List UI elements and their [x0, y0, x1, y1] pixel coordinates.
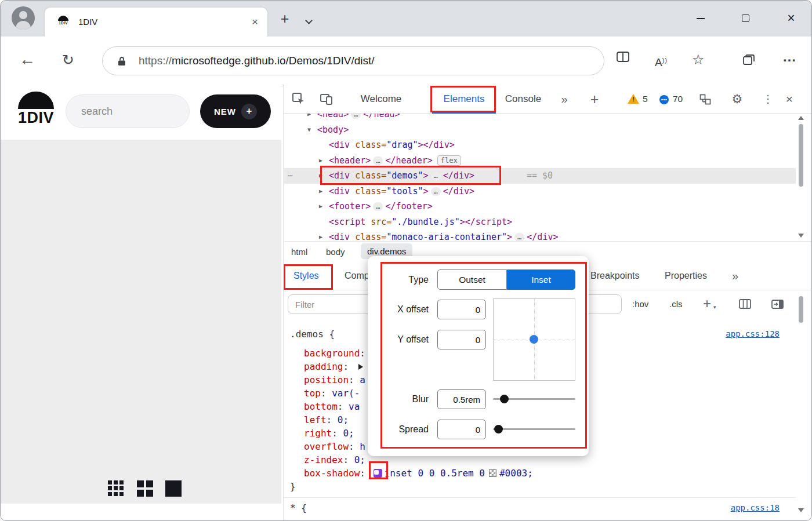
- new-button[interactable]: NEW +: [200, 94, 271, 128]
- scrollbar-thumb[interactable]: [799, 124, 803, 187]
- ellipsis-icon[interactable]: …: [373, 156, 383, 165]
- open-panel-icon[interactable]: [771, 300, 784, 311]
- kebab-menu-icon[interactable]: ⋮: [761, 85, 775, 114]
- node-grip-icon[interactable]: ⋯: [288, 168, 292, 184]
- scroll-up-icon[interactable]: [798, 116, 804, 120]
- device-toolbar-icon[interactable]: [320, 93, 333, 108]
- dom-node-tools[interactable]: ▶<divclass="tools">…</div>: [284, 184, 796, 199]
- tab-elements[interactable]: Elements: [432, 85, 496, 114]
- tab-styles[interactable]: Styles: [293, 261, 319, 290]
- offset-handle[interactable]: [530, 335, 538, 344]
- y-offset-input[interactable]: [437, 330, 486, 349]
- styles-scrollbar[interactable]: [797, 292, 805, 520]
- toggle-class-button[interactable]: .cls: [669, 290, 683, 318]
- inset-button[interactable]: Inset: [507, 269, 575, 290]
- rendering-icon[interactable]: [739, 299, 751, 311]
- css-declaration-box-shadow[interactable]: box-shadow: inset 0 0 0.5rem 0#0003;: [284, 467, 796, 480]
- expand-shorthand-icon[interactable]: [358, 364, 363, 370]
- dom-node-script[interactable]: <scriptsrc="./bundle.js"></script>: [284, 214, 796, 230]
- tab-properties[interactable]: Properties: [665, 261, 707, 290]
- layers-icon[interactable]: [699, 94, 711, 107]
- maximize-button[interactable]: [736, 9, 756, 28]
- settings-gear-icon[interactable]: ⚙: [728, 85, 746, 114]
- spread-slider[interactable]: [493, 428, 575, 430]
- warning-icon[interactable]: [628, 94, 639, 104]
- ellipsis-icon[interactable]: …: [431, 187, 441, 196]
- inspect-icon[interactable]: [292, 93, 305, 108]
- scroll-down-icon[interactable]: [798, 508, 804, 512]
- tab-welcome[interactable]: Welcome: [349, 85, 413, 114]
- expand-icon[interactable]: ▶: [319, 184, 322, 199]
- dom-node-header[interactable]: ▶<header>…</header>flex: [284, 153, 796, 169]
- devtools-close-icon[interactable]: ×: [781, 85, 798, 114]
- browser-tab[interactable]: 1DIV 1DIV ×: [45, 8, 267, 37]
- issues-count[interactable]: 70: [673, 85, 683, 114]
- tab-breakpoints[interactable]: Breakpoints: [590, 261, 640, 290]
- address-bar[interactable]: https://microsoftedge.github.io/Demos/1D…: [102, 46, 604, 75]
- ellipsis-icon[interactable]: …: [351, 114, 361, 119]
- dom-scrollbar[interactable]: [797, 115, 805, 239]
- css-source-link[interactable]: app.css:18: [731, 501, 780, 515]
- layout-single-button[interactable]: [165, 480, 182, 497]
- minimize-button[interactable]: [691, 9, 710, 28]
- breadcrumb-body[interactable]: body: [326, 242, 345, 262]
- tab-console[interactable]: Console: [500, 85, 546, 114]
- refresh-button[interactable]: ↻: [62, 37, 74, 85]
- new-style-rule-button[interactable]: +: [703, 290, 711, 317]
- scrollbar-thumb[interactable]: [799, 296, 803, 323]
- spread-slider-thumb[interactable]: [494, 425, 503, 433]
- ellipsis-icon[interactable]: …: [514, 233, 524, 241]
- expand-icon[interactable]: ▶: [319, 229, 322, 241]
- outset-button[interactable]: Outset: [437, 269, 507, 290]
- ellipsis-icon[interactable]: …: [373, 202, 383, 211]
- back-button[interactable]: ←: [19, 37, 35, 85]
- search-input[interactable]: [66, 94, 190, 128]
- ellipsis-icon[interactable]: …: [431, 172, 441, 180]
- blur-slider-thumb[interactable]: [500, 395, 509, 403]
- expand-icon[interactable]: ▶: [319, 168, 322, 184]
- expand-icon[interactable]: ▶: [319, 153, 322, 169]
- tab-actions-caret-icon[interactable]: [305, 17, 313, 24]
- expand-icon[interactable]: ▶: [319, 199, 322, 214]
- window-close-button[interactable]: ×: [781, 9, 801, 28]
- lock-icon[interactable]: [118, 56, 126, 68]
- read-aloud-icon[interactable]: A)): [655, 37, 668, 86]
- offset-pad[interactable]: [493, 298, 575, 381]
- dom-node-footer[interactable]: ▶<footer>…</footer>: [284, 199, 796, 214]
- warning-count[interactable]: 5: [643, 85, 648, 114]
- x-offset-input[interactable]: [437, 300, 486, 319]
- dom-node-monaco[interactable]: ▶<divclass="monaco-aria-container">…</di…: [284, 229, 796, 241]
- sidebar-more-tabs-icon[interactable]: »: [732, 261, 738, 290]
- dom-tag: </footer>: [385, 201, 432, 212]
- issues-icon[interactable]: [659, 94, 669, 107]
- collections-icon[interactable]: [743, 54, 756, 68]
- favorites-star-icon[interactable]: ☆: [692, 37, 705, 83]
- add-panel-icon[interactable]: +: [586, 85, 603, 114]
- breadcrumb-html[interactable]: html: [291, 242, 307, 262]
- split-screen-icon[interactable]: [617, 52, 629, 64]
- new-rule-caret-icon[interactable]: ▾: [713, 304, 716, 310]
- dom-node-drag[interactable]: <divclass="drag"></div>: [284, 137, 796, 153]
- flex-badge[interactable]: flex: [437, 155, 461, 166]
- more-tabs-icon[interactable]: »: [556, 85, 573, 114]
- expand-icon[interactable]: ▶: [307, 114, 311, 122]
- layout-grid-2-button[interactable]: [137, 480, 153, 497]
- new-tab-button[interactable]: +: [274, 9, 295, 30]
- profile-button[interactable]: [10, 5, 36, 31]
- blur-input[interactable]: [437, 389, 486, 409]
- collapse-icon[interactable]: ▼: [307, 122, 311, 138]
- shadow-editor-icon[interactable]: [374, 469, 382, 478]
- logo-text: 1DIV: [17, 109, 55, 126]
- scroll-down-icon[interactable]: [798, 234, 804, 238]
- color-swatch-icon[interactable]: [489, 469, 496, 477]
- tab-close-icon[interactable]: ×: [252, 8, 258, 37]
- dom-node-demos-selected[interactable]: ⋯▶<divclass="demos">…</div>== $0: [284, 168, 796, 184]
- toggle-hover-button[interactable]: :hov: [632, 290, 648, 318]
- dom-node-head[interactable]: ▶<head>…</head>: [284, 114, 796, 122]
- css-rule-universal[interactable]: * { app.css:18: [284, 501, 796, 515]
- spread-input[interactable]: [437, 420, 486, 439]
- layout-grid-3-button[interactable]: [108, 480, 124, 496]
- dom-node-body[interactable]: ▼<body>: [284, 122, 796, 138]
- css-source-link[interactable]: app.css:128: [726, 327, 780, 341]
- settings-more-icon[interactable]: …: [782, 37, 796, 77]
